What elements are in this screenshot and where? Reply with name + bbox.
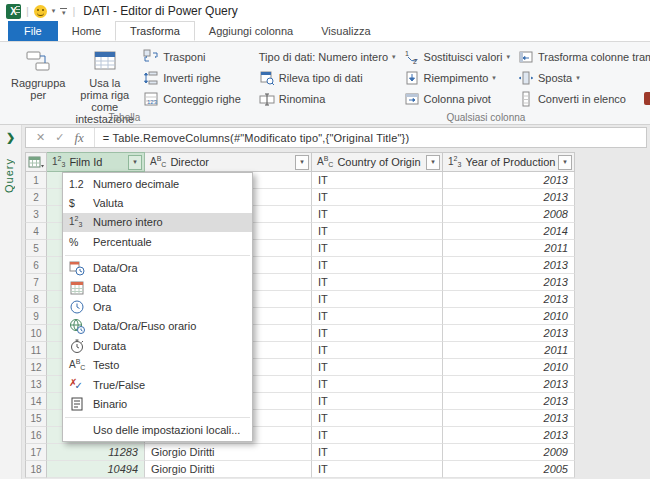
cell-year[interactable]: 2011 — [443, 342, 575, 359]
cell-country[interactable]: IT — [312, 359, 443, 376]
menu-item-data-ora[interactable]: Data/Ora — [63, 259, 252, 278]
cell-year[interactable]: 2013 — [443, 257, 575, 274]
cell-year[interactable]: 2008 — [443, 206, 575, 223]
ribbon-button-rinomina[interactable]: Rinomina — [255, 89, 400, 109]
cell-director[interactable]: Giorgio Diritti — [145, 444, 312, 461]
ribbon-button-converti-in-elenco[interactable]: Converti in elenco — [514, 89, 650, 109]
column-header-director[interactable]: ABCDirector▾ — [145, 152, 312, 172]
cell-country[interactable]: IT — [312, 223, 443, 240]
menu-item-ora[interactable]: Ora — [63, 297, 252, 316]
cell-film_id[interactable]: 11283 — [47, 444, 145, 461]
ribbon-button-trasforma-colonne-tramite-unpivot[interactable]: Trasforma colonne tramite UnPivot ▾ — [514, 47, 650, 67]
ribbon-button-inverti-righe[interactable]: Inverti righe — [139, 68, 245, 88]
cell-country[interactable]: IT — [312, 461, 443, 478]
cell-country[interactable]: IT — [312, 410, 443, 427]
row-number[interactable]: 8 — [25, 291, 47, 308]
cell-year[interactable]: 2013 — [443, 393, 575, 410]
cell-year[interactable]: 2013 — [443, 274, 575, 291]
cancel-icon[interactable]: ✕ — [36, 131, 45, 144]
row-number[interactable]: 18 — [25, 461, 47, 478]
ribbon-button-usa-la-prima-riga-come-intestazione[interactable]: Usa la prima riga come intestazione▾ — [70, 45, 139, 111]
menu-item-uso-delle-impostazioni-locali[interactable]: Uso delle impostazioni locali... — [63, 421, 252, 440]
menu-item-valuta[interactable]: $Valuta — [63, 193, 252, 212]
row-number[interactable]: 16 — [25, 427, 47, 444]
row-number[interactable]: 3 — [25, 206, 47, 223]
tab-visualizza[interactable]: Visualizza — [307, 21, 384, 41]
cell-year[interactable]: 2010 — [443, 359, 575, 376]
cell-country[interactable]: IT — [312, 427, 443, 444]
cell-country[interactable]: IT — [312, 257, 443, 274]
row-number[interactable]: 6 — [25, 257, 47, 274]
cell-director[interactable]: Giorgio Diritti — [145, 461, 312, 478]
tab-file[interactable]: File — [8, 21, 58, 41]
cell-country[interactable]: IT — [312, 308, 443, 325]
row-number[interactable]: 7 — [25, 274, 47, 291]
cell-year[interactable]: 2013 — [443, 172, 575, 189]
ribbon-button-raggruppa-per[interactable]: Raggruppa per — [6, 45, 70, 111]
cell-year[interactable]: 2013 — [443, 189, 575, 206]
row-number[interactable]: 5 — [25, 240, 47, 257]
menu-item-percentuale[interactable]: %Percentuale — [63, 232, 252, 251]
tab-aggiungi-colonna[interactable]: Aggiungi colonna — [195, 21, 307, 41]
cell-year[interactable]: 2013 — [443, 376, 575, 393]
ribbon-button-tipo-di-dati-numero-intero[interactable]: Tipo di dati: Numero intero ▾ — [255, 47, 400, 67]
cell-country[interactable]: IT — [312, 444, 443, 461]
ribbon-button-colonna-pivot[interactable]: Colonna pivot — [400, 89, 514, 109]
query-pane-collapsed[interactable]: Query — [0, 150, 22, 479]
row-number[interactable]: 14 — [25, 393, 47, 410]
qat-customize-icon[interactable]: ▾ — [60, 8, 67, 15]
row-number[interactable]: 1 — [25, 172, 47, 189]
cell-country[interactable]: IT — [312, 342, 443, 359]
cell-country[interactable]: IT — [312, 240, 443, 257]
column-filter-button[interactable]: ▾ — [426, 155, 440, 170]
ribbon-button-trasponi[interactable]: Trasponi — [139, 47, 245, 67]
menu-item-numero-intero[interactable]: 123Numero intero — [63, 213, 252, 232]
cell-country[interactable]: IT — [312, 189, 443, 206]
smiley-dropdown-caret-icon[interactable]: ▾ — [52, 7, 56, 15]
column-filter-button[interactable]: ▾ — [295, 155, 309, 170]
ribbon-button-riempimento[interactable]: Riempimento ▾ — [400, 68, 514, 88]
column-header-year-of-production[interactable]: 123Year of Production▾ — [443, 152, 575, 172]
tab-home[interactable]: Home — [58, 21, 115, 41]
column-filter-button[interactable]: ▾ — [558, 155, 572, 170]
row-number[interactable]: 15 — [25, 410, 47, 427]
row-number[interactable]: 11 — [25, 342, 47, 359]
row-number[interactable]: 4 — [25, 223, 47, 240]
row-number[interactable]: 12 — [25, 359, 47, 376]
feedback-smiley-icon[interactable] — [34, 5, 47, 18]
cell-year[interactable]: 2013 — [443, 427, 575, 444]
ribbon-button-sostituisci-valori[interactable]: 12Sostituisci valori ▾ — [400, 47, 514, 67]
cell-year[interactable]: 2005 — [443, 461, 575, 478]
ribbon-button-sposta[interactable]: Sposta ▾ — [514, 68, 650, 88]
ribbon-button-conteggio-righe[interactable]: 123Conteggio righe — [139, 89, 245, 109]
cell-country[interactable]: IT — [312, 206, 443, 223]
cell-year[interactable]: 2013 — [443, 291, 575, 308]
cell-year[interactable]: 2009 — [443, 444, 575, 461]
row-number[interactable]: 17 — [25, 444, 47, 461]
row-number[interactable]: 13 — [25, 376, 47, 393]
cell-year[interactable]: 2013 — [443, 410, 575, 427]
column-header-film-id[interactable]: 123Film Id▾ — [47, 152, 145, 172]
cell-country[interactable]: IT — [312, 172, 443, 189]
menu-item-testo[interactable]: ABCTesto — [63, 356, 252, 375]
menu-item-numero-decimale[interactable]: 1.2Numero decimale — [63, 174, 252, 193]
column-filter-button[interactable]: ▾ — [128, 155, 142, 170]
ribbon-button-rileva-tipo-di-dati[interactable]: Rileva tipo di dati — [255, 68, 400, 88]
menu-item-binario[interactable]: Binario — [63, 394, 252, 413]
cell-year[interactable]: 2010 — [443, 308, 575, 325]
cell-year[interactable]: 2014 — [443, 223, 575, 240]
cell-country[interactable]: IT — [312, 291, 443, 308]
cell-year[interactable]: 2013 — [443, 325, 575, 342]
cell-year[interactable]: 2011 — [443, 240, 575, 257]
menu-item-durata[interactable]: Durata — [63, 336, 252, 355]
menu-item-data-ora-fuso-orario[interactable]: Data/Ora/Fuso orario — [63, 317, 252, 336]
query-pane-expand-button[interactable]: ❯ — [0, 125, 22, 150]
cell-country[interactable]: IT — [312, 393, 443, 410]
cell-country[interactable]: IT — [312, 274, 443, 291]
menu-item-true-false[interactable]: ✗✓True/False — [63, 375, 252, 394]
cell-country[interactable]: IT — [312, 325, 443, 342]
row-number[interactable]: 2 — [25, 189, 47, 206]
column-header-country-of-origin[interactable]: ABCCountry of Origin▾ — [312, 152, 443, 172]
confirm-icon[interactable]: ✓ — [55, 131, 64, 144]
formula-input[interactable]: = Table.RemoveColumns(#"Modificato tipo"… — [95, 132, 410, 144]
